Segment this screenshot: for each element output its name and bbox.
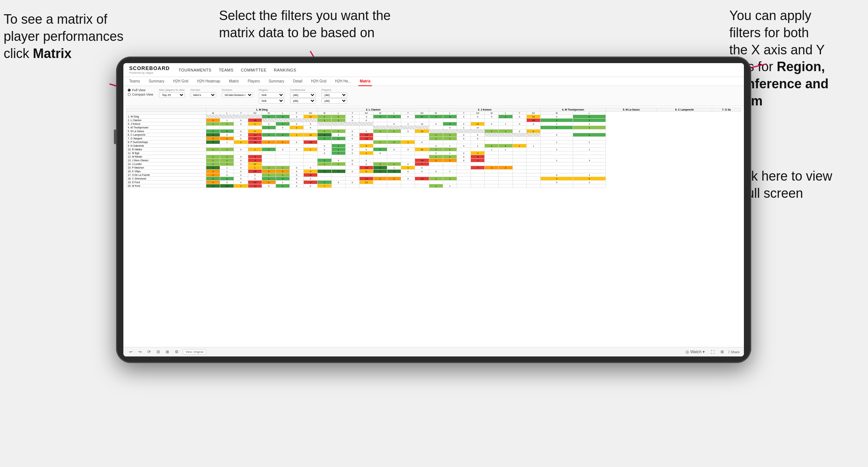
cell-r16-c0: 2 — [206, 173, 220, 177]
cell-r2-c4: 0 — [262, 122, 276, 126]
filter-players-select1[interactable]: (All) — [322, 92, 347, 98]
cell-r4-c22: 0 — [512, 130, 526, 133]
cell-r8-c16: 0 — [429, 144, 443, 148]
cell-r17-c14: 0 — [401, 177, 415, 181]
cell-r17-c10 — [345, 177, 359, 181]
tab-detail[interactable]: Detail — [292, 77, 304, 86]
cell-r6-c8: 2 — [318, 137, 331, 140]
sh-w4: W — [373, 112, 387, 115]
settings-button[interactable]: ⚙ — [173, 349, 180, 355]
cell-r2-c8 — [318, 122, 331, 126]
cell-r19-c16: 1 — [429, 184, 443, 188]
cell-r9-c21: 1 — [499, 148, 512, 151]
filter-max-select[interactable]: Top 25 — [159, 92, 185, 98]
tab-summary[interactable]: Summary — [147, 77, 166, 86]
tab-matrix[interactable]: Matrix — [227, 77, 240, 86]
cell-r10-c14 — [401, 151, 415, 155]
cell-r17-c0: 1 — [206, 177, 220, 181]
tab-teams[interactable]: Teams — [128, 77, 141, 86]
tab-h2h-heatmap[interactable]: H2H Heatmap — [196, 77, 222, 86]
cell-r7-c24: 1 — [540, 140, 573, 144]
grid-button[interactable]: ⊞ — [719, 349, 725, 355]
tab-summary2[interactable]: Summary — [267, 77, 286, 86]
filter-region-select1[interactable]: N/A — [259, 92, 284, 98]
matrix-area[interactable]: 1. W Ding 2. L Clanton 3. J Koivun 4. M … — [123, 106, 744, 347]
cell-r12-c2: 0 — [234, 159, 248, 162]
tab-h2h-grid2[interactable]: H2H Grid — [310, 77, 328, 86]
cell-r3-c4: 1 — [262, 126, 276, 130]
nav-rankings[interactable]: RANKINGS — [274, 68, 296, 72]
cell-r0-c15: 17 — [415, 115, 429, 119]
cell-r7-c18 — [457, 140, 471, 144]
cell-r13-c10: 0 — [345, 162, 359, 166]
zoom-in-button[interactable]: ⊞ — [164, 349, 170, 355]
cell-r2-c15: 13 — [415, 122, 429, 126]
filter-conference-label: Conference — [290, 88, 316, 92]
cell-r10-c17: 1 — [443, 151, 457, 155]
cell-r1-c10: 0 — [345, 119, 359, 122]
cell-r14-c15: 0 — [415, 166, 429, 170]
cell-r2-c7: 0 — [304, 122, 318, 126]
filter-conference-select2[interactable]: (All) — [290, 98, 316, 104]
cell-r15-c24 — [540, 170, 573, 173]
cell-r15-c1: 1 — [220, 170, 234, 173]
cell-r1-c12 — [373, 119, 387, 122]
toolbar-left: ↩ ↪ ⟳ ⊟ ⊞ ⚙ View: Original — [128, 349, 206, 355]
radio-full-view[interactable]: Full View — [128, 88, 153, 92]
nav-tournaments[interactable]: TOURNAMENTS — [178, 68, 211, 72]
cell-r1-c23: -24 — [526, 119, 540, 122]
cell-r11-c21 — [499, 155, 512, 159]
cell-r2-c6: 0 — [290, 122, 304, 126]
cell-r13-c1: 1 — [220, 162, 234, 166]
cell-r0-c4: 1 — [262, 115, 276, 119]
cell-r13-c9: 1 — [331, 162, 345, 166]
zoom-out-button[interactable]: ⊟ — [155, 349, 161, 355]
cell-r9-c14: 0 — [401, 148, 415, 151]
undo-button[interactable]: ↩ — [128, 349, 134, 355]
watch-button[interactable]: ◎ Watch ▾ — [684, 349, 706, 355]
filter-players-select2[interactable]: (All) — [322, 98, 347, 104]
tab-players[interactable]: Players — [246, 77, 261, 86]
tab-matrix-active[interactable]: Matrix — [358, 77, 372, 86]
filter-conference-multi: (All) (All) — [290, 92, 316, 104]
cell-r19-c15 — [415, 184, 429, 188]
filter-region-select2[interactable]: N/A — [259, 98, 284, 104]
filter-gender-select[interactable]: Men's — [191, 92, 216, 98]
cell-r16-c23 — [526, 173, 540, 177]
cell-r3-c22 — [512, 126, 526, 130]
nav-committee[interactable]: COMMITTEE — [241, 68, 267, 72]
cell-r1-c1: 1 — [220, 119, 234, 122]
cell-r11-c4 — [262, 155, 276, 159]
refresh-button[interactable]: ⟳ — [146, 349, 152, 355]
filter-division-select[interactable]: NCAA Division I — [222, 92, 253, 98]
tab-h2h-he[interactable]: H2H He... — [334, 77, 353, 86]
fullscreen-button[interactable]: ⛶ — [709, 349, 716, 355]
cell-r5-c16: 1 — [429, 133, 443, 137]
cell-r13-c22 — [512, 162, 526, 166]
nav-teams[interactable]: TEAMS — [219, 68, 233, 72]
cell-r13-c20 — [485, 162, 499, 166]
cell-r15-c8: 3 — [318, 170, 331, 173]
cell-r1-c0: 2 — [206, 119, 220, 122]
filter-players: Players (All) (All) — [322, 88, 347, 104]
radio-compact-view[interactable]: Compact View — [128, 93, 153, 96]
share-button[interactable]: ⤴ Share — [728, 350, 740, 354]
cell-r9-c7: 1 — [304, 148, 318, 151]
cell-r8-c14 — [401, 144, 415, 148]
filter-conference-select1[interactable]: (All) — [290, 92, 316, 98]
redo-button[interactable]: ↪ — [137, 349, 143, 355]
tab-h2h-grid[interactable]: H2H Grid — [172, 77, 190, 86]
cell-r0-c5: 2 — [276, 115, 289, 119]
col-header-mlasasso: 5. M La Sasso — [606, 108, 657, 112]
cell-r2-c13: 0 — [387, 122, 401, 126]
cell-r3-c20 — [485, 126, 499, 130]
cell-r11-c20 — [485, 155, 499, 159]
col-header-jkoivun: 3. J Koivun — [429, 108, 540, 112]
sh-l7: L — [573, 112, 606, 115]
cell-r19-c0: 3 — [206, 184, 220, 188]
cell-r2-c18: 0 — [457, 122, 471, 126]
cell-r2-c20: 0 — [485, 122, 499, 126]
app-header: SCOREBOARD Powered by clippd TOURNAMENTS… — [123, 63, 744, 77]
cell-r2-c10 — [345, 122, 359, 126]
cell-r19-c17: 1 — [443, 184, 457, 188]
